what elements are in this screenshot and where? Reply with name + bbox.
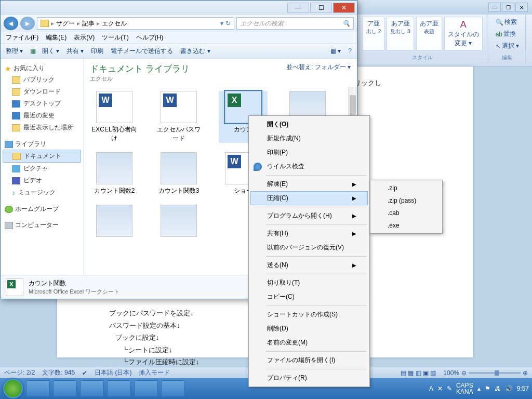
explorer-titlebar[interactable]: ― ☐ ✕ — [1, 1, 357, 15]
status-mode[interactable]: 挿入モード — [139, 368, 170, 377]
menu-help[interactable]: ヘルプ(H) — [136, 33, 164, 42]
tray-volume-icon[interactable]: 🔊 — [505, 385, 513, 392]
file-item[interactable] — [154, 205, 203, 239]
nav-forward[interactable]: ► — [20, 17, 35, 30]
sidebar-computer[interactable]: コンピューター — [3, 220, 81, 231]
change-styles[interactable]: Aスタイルの 変更 ▾ — [444, 17, 483, 50]
sidebar-item-music[interactable]: ♪ミュージック — [3, 187, 81, 198]
tb-help-icon[interactable]: ? — [348, 47, 352, 55]
ime-tool-icon[interactable]: ✎ — [447, 385, 452, 392]
menu-edit[interactable]: 編集(E) — [46, 33, 66, 42]
addr-dropdown-icon[interactable]: ▾ — [220, 20, 223, 27]
ctx-item[interactable]: 圧縮(C)▶ — [250, 191, 368, 205]
breadcrumb-seg[interactable]: サグー — [56, 19, 75, 28]
status-words[interactable]: 文字数: 945 — [42, 368, 75, 377]
ctx-item[interactable]: コピー(C) — [250, 290, 368, 304]
word-restore[interactable]: ❐ — [502, 3, 514, 12]
ctx-item[interactable]: 解凍(E)▶ — [250, 177, 368, 191]
sidebar-item-recent-changes[interactable]: 最近の変更 — [3, 110, 81, 122]
ctx-item[interactable]: 新規作成(N) — [250, 131, 368, 145]
ctx-item[interactable]: ショートカットの作成(S) — [250, 308, 368, 322]
file-item[interactable]: EXCEL初心者向け — [90, 91, 139, 143]
tb-email[interactable]: 電子メールで送信する — [111, 47, 173, 56]
word-close[interactable]: ✕ — [515, 3, 528, 12]
address-bar[interactable]: ▸ サグー ▸ 記事 ▸ エクセル ▾ ↻ — [37, 17, 234, 30]
explorer-maximize[interactable]: ☐ — [310, 3, 332, 13]
ctx-item[interactable]: 名前の変更(M) — [250, 336, 368, 350]
file-item[interactable]: カウント関数2 — [90, 152, 139, 195]
view-buttons[interactable]: ▤ ▦ ▥ ▣ ▧ — [401, 369, 436, 377]
sidebar-libraries-header[interactable]: ライブラリ — [3, 139, 81, 150]
task-explorer[interactable] — [26, 380, 50, 397]
style-title[interactable]: あア亜表題 — [416, 17, 442, 50]
ctx-item[interactable]: ウイルス検査 — [250, 159, 368, 174]
ctx-item[interactable]: 共有(H)▶ — [250, 227, 368, 241]
style-heading3[interactable]: あア亜見出し 3 — [387, 17, 414, 50]
sidebar-favorites-header[interactable]: ★お気に入り — [3, 63, 81, 74]
breadcrumb-seg[interactable]: 記事 — [82, 19, 95, 28]
tray-clock[interactable]: 9:57 — [517, 385, 529, 392]
zoom-control[interactable]: 100% ⊖⊕ — [443, 369, 528, 377]
task-excel[interactable] — [107, 380, 131, 397]
menu-tool[interactable]: ツール(T) — [102, 33, 128, 42]
explorer-minimize[interactable]: ― — [287, 3, 309, 13]
sidebar-item-documents[interactable]: ドキュメント — [3, 150, 81, 163]
style-heading2[interactable]: ア亜出し 2 — [363, 17, 384, 50]
breadcrumb-seg[interactable]: エクセル — [102, 19, 127, 28]
status-proof-icon[interactable]: ✔ — [82, 369, 87, 377]
sidebar-item-downloads[interactable]: ダウンロード — [3, 86, 81, 98]
ctx-item[interactable]: 削除(D) — [250, 322, 368, 336]
menu-view[interactable]: 表示(V) — [74, 33, 95, 42]
file-item[interactable]: エクセルパスワード — [154, 91, 203, 143]
ctx-item[interactable]: プロパティ(R) — [250, 371, 368, 385]
ime-mode[interactable]: A — [429, 385, 433, 392]
task-word[interactable] — [80, 380, 104, 397]
menu-file[interactable]: ファイル(F) — [6, 33, 38, 42]
ctx-item[interactable]: プログラムから開く(H)▶ — [250, 209, 368, 223]
search-box[interactable]: エクセルの検索 🔍 — [236, 17, 354, 30]
ctx-item[interactable]: 印刷(P) — [250, 145, 368, 159]
sidebar-item-public[interactable]: パブリック — [3, 74, 81, 86]
sidebar-item-recent-places[interactable]: 最近表示した場所 — [3, 122, 81, 134]
file-item[interactable] — [90, 205, 139, 239]
submenu-item[interactable]: .zip — [372, 182, 441, 194]
task-app[interactable] — [161, 380, 185, 397]
ctx-item[interactable]: 開く(O) — [250, 117, 368, 131]
sidebar-item-videos[interactable]: ビデオ — [3, 175, 81, 187]
ctx-item[interactable]: 切り取り(T) — [250, 276, 368, 290]
tray-network-icon[interactable]: 🖧 — [495, 385, 501, 392]
submenu-item[interactable]: .zip (pass) — [372, 194, 441, 207]
sidebar-item-desktop[interactable]: デスクトップ — [3, 98, 81, 110]
sidebar-item-pictures[interactable]: ピクチャ — [3, 163, 81, 175]
tb-share[interactable]: 共有 ▾ — [66, 47, 84, 56]
status-lang[interactable]: 日本語 (日本) — [95, 368, 131, 377]
task-chrome[interactable] — [53, 380, 77, 397]
ctx-item[interactable]: 送る(N)▶ — [250, 258, 368, 272]
replace-button[interactable]: ab置換 — [494, 29, 521, 39]
nav-back[interactable]: ◄ — [4, 17, 18, 30]
find-button[interactable]: 🔍検索 — [494, 17, 521, 28]
tb-write[interactable]: 書き込む ▾ — [180, 47, 210, 56]
tb-print[interactable]: 印刷 — [91, 47, 103, 56]
status-page[interactable]: ページ: 2/2 — [4, 368, 35, 377]
word-minimize[interactable]: ― — [488, 3, 501, 12]
explorer-close[interactable]: ✕ — [333, 3, 355, 13]
select-button[interactable]: ↖選択 ▾ — [494, 41, 521, 51]
file-item[interactable]: カウント関数3 — [154, 152, 203, 195]
start-button[interactable] — [3, 379, 23, 398]
tray-flag-icon[interactable]: ⚑ — [485, 385, 490, 392]
tb-view-icon[interactable]: ▦ ▾ — [330, 47, 341, 55]
ctx-item[interactable]: 以前のバージョンの復元(V) — [250, 241, 368, 255]
library-sort[interactable]: 並べ替え: フォルダー ▾ — [286, 63, 351, 72]
submenu-item[interactable]: .cab — [372, 207, 441, 219]
ime-icon[interactable]: ✕ — [437, 385, 443, 392]
sidebar-homegroup[interactable]: ホームグループ — [3, 204, 81, 215]
ctx-item[interactable]: ファイルの場所を開く(I) — [250, 353, 368, 367]
refresh-icon[interactable]: ↻ — [225, 20, 231, 27]
task-paint[interactable] — [134, 380, 158, 397]
tb-open[interactable]: ▦ 開く ▾ — [30, 47, 59, 56]
caps-kana[interactable]: CAPSKANA — [456, 382, 473, 395]
tb-organize[interactable]: 整理 ▾ — [6, 47, 23, 56]
submenu-item[interactable]: .exe — [372, 219, 441, 232]
tray-chevron-icon[interactable]: ▴ — [477, 385, 481, 392]
